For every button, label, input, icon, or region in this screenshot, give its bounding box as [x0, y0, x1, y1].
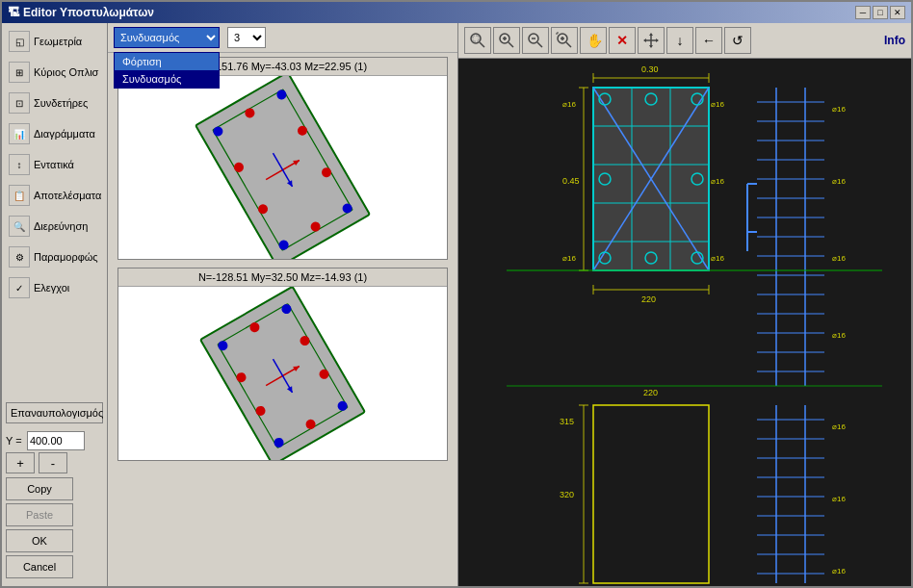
svg-marker-19 [649, 33, 653, 36]
recalc-button[interactable]: Επαναυπολογισμός [6, 402, 103, 423]
main-window: 🏗 Editor Υποστυλωμάτων ─ □ ✕ ◱ Γεωμετρία… [0, 0, 913, 588]
minimize-button[interactable]: ─ [855, 6, 871, 19]
center-panel: Φόρτιση Συνδυασμός Φόρτιση Συνδυασμός 12… [108, 23, 458, 586]
info-label[interactable]: Info [884, 34, 905, 47]
diagram-area-2 [118, 287, 447, 460]
dim2-r-3: ⌀16 [832, 567, 846, 575]
y-label: Y = [6, 435, 25, 447]
plus-minus-row: + - [6, 452, 103, 473]
dim-text-bottom: 220 [641, 294, 656, 304]
dim-r-2: ⌀16 [832, 177, 846, 186]
sidebar-item-parameters[interactable]: ⚙ Παραμορφώς [4, 243, 105, 271]
sidebar-item-connectors[interactable]: ⊡ Συνδετήρες [4, 89, 105, 117]
sidebar-forces-label: Εντατικά [34, 159, 74, 170]
move-button[interactable] [638, 27, 665, 54]
svg-text:✋: ✋ [587, 33, 602, 49]
dim-r-1: ⌀16 [832, 105, 846, 114]
cancel-button[interactable]: Cancel [6, 555, 73, 578]
zoom-window-button[interactable] [464, 27, 491, 54]
close-button[interactable]: ✕ [890, 6, 905, 19]
diagram-area-1 [118, 76, 447, 259]
svg-marker-21 [643, 38, 646, 42]
sidebar-reinforcement-label: Κύριος Οπλισ [34, 66, 98, 78]
y-value-section: Y = + - [6, 431, 103, 473]
cad-toolbar: ✋ ✕ ↓ ← ↺ Info [458, 23, 911, 59]
delete-button[interactable]: ✕ [609, 27, 636, 54]
investigation-icon: 🔍 [9, 216, 30, 237]
parameters-icon: ⚙ [9, 246, 30, 268]
svg-line-11 [566, 42, 571, 47]
sidebar-item-results[interactable]: 📋 Αποτελέσματα [4, 181, 105, 210]
sidebar-spacer [4, 304, 105, 396]
section1-outline [196, 76, 370, 259]
sidebar-item-main-reinforcement[interactable]: ⊞ Κύριος Οπλισ [4, 58, 105, 87]
maximize-button[interactable]: □ [873, 6, 888, 19]
dim-text-r3: ⌀16 [711, 254, 724, 263]
section-panel-2: N=-128.51 My=32.50 Mz=-14.93 (1) [117, 268, 448, 461]
section2-label: N=-128.51 My=32.50 Mz=-14.93 (1) [118, 268, 447, 287]
sidebar-item-investigation[interactable]: 🔍 Διερεύνηση [4, 212, 105, 241]
sidebar: ◱ Γεωμετρία ⊞ Κύριος Οπλισ ⊡ Συνδετήρες … [2, 23, 108, 586]
menu-item-combination[interactable]: Συνδυασμός [115, 70, 219, 88]
y-value-row: Y = [6, 431, 103, 450]
cad-column-bottom [593, 405, 709, 583]
plus-button[interactable]: + [6, 452, 35, 473]
sidebar-bottom-controls: Επαναυπολογισμός Y = + - Copy Paste [4, 398, 105, 582]
diagrams-icon: 📊 [9, 123, 30, 144]
dim-text-r1: ⌀16 [711, 100, 724, 109]
svg-marker-20 [649, 45, 653, 48]
pan-button[interactable]: ✋ [580, 27, 607, 54]
sidebar-diagrams-label: Διαγράμματα [34, 128, 95, 140]
sidebar-item-diagrams[interactable]: 📊 Διαγράμματα [4, 119, 105, 148]
zoom-all-button[interactable] [551, 27, 578, 54]
main-content: ◱ Γεωμετρία ⊞ Κύριος Οπλισ ⊡ Συνδετήρες … [2, 23, 911, 586]
cad-panel: ✋ ✕ ↓ ← ↺ Info [458, 23, 911, 586]
y-input[interactable] [27, 431, 85, 450]
dim3-text: 220 [643, 388, 658, 397]
geometry-icon: ◱ [9, 31, 30, 52]
down-button[interactable]: ↓ [666, 27, 693, 54]
sidebar-connectors-label: Συνδετήρες [34, 97, 88, 109]
dim2-text-h2: 315 [560, 417, 574, 426]
dim2-text-h: 320 [560, 490, 574, 499]
section1-svg [118, 76, 447, 259]
sidebar-item-geometry[interactable]: ◱ Γεωμετρία [4, 27, 105, 56]
dim-text-l2: ⌀16 [562, 254, 576, 263]
cad-svg: 0.45 0.30 ⌀16 ⌀16 ⌀16 ⌀16 ⌀16 220 [458, 59, 911, 586]
checks-icon: ✓ [9, 277, 30, 298]
zoom-all-icon [556, 32, 573, 49]
ok-button[interactable]: OK [6, 529, 73, 552]
sidebar-item-checks[interactable]: ✓ Ελεγχοι [4, 273, 105, 302]
cad-drawing: 0.45 0.30 ⌀16 ⌀16 ⌀16 ⌀16 ⌀16 220 [458, 59, 911, 586]
number-dropdown[interactable]: 12345 [227, 27, 266, 48]
refresh-button[interactable]: ↺ [724, 27, 751, 54]
main-reinforcement-icon: ⊞ [9, 62, 30, 83]
zoom-in-button[interactable] [493, 27, 520, 54]
dim2-r-1: ⌀16 [832, 422, 846, 431]
titlebar: 🏗 Editor Υποστυλωμάτων ─ □ ✕ [2, 2, 911, 23]
zoom-in-icon [498, 32, 515, 49]
dim-text-r2: ⌀16 [711, 177, 724, 186]
svg-line-1 [480, 42, 484, 47]
window-controls: ─ □ ✕ [855, 6, 905, 19]
dim-text-width: 0.30 [641, 64, 659, 74]
section2-outline [200, 287, 365, 460]
svg-line-4 [509, 42, 513, 47]
back-button[interactable]: ← [695, 27, 722, 54]
zoom-out-button[interactable] [522, 27, 549, 54]
minus-button[interactable]: - [39, 452, 67, 473]
combination-dropdown[interactable]: Φόρτιση Συνδυασμός [114, 27, 220, 48]
dim-text-l1: ⌀16 [562, 100, 576, 109]
center-toolbar: Φόρτιση Συνδυασμός Φόρτιση Συνδυασμός 12… [108, 23, 457, 53]
menu-item-loading[interactable]: Φόρτιση [115, 53, 219, 70]
dim-text-height: 0.45 [562, 176, 580, 186]
section2-svg [118, 287, 447, 460]
combination-dropdown-container: Φόρτιση Συνδυασμός Φόρτιση Συνδυασμός [114, 27, 220, 48]
internal-forces-icon: ↕ [9, 154, 30, 175]
sidebar-item-internal-forces[interactable]: ↕ Εντατικά [4, 150, 105, 179]
dim-r-4: ⌀16 [832, 331, 846, 340]
dropdown-menu: Φόρτιση Συνδυασμός [114, 52, 220, 89]
paste-button[interactable]: Paste [6, 503, 73, 526]
copy-button[interactable]: Copy [6, 477, 73, 500]
zoom-window-icon [469, 32, 486, 49]
